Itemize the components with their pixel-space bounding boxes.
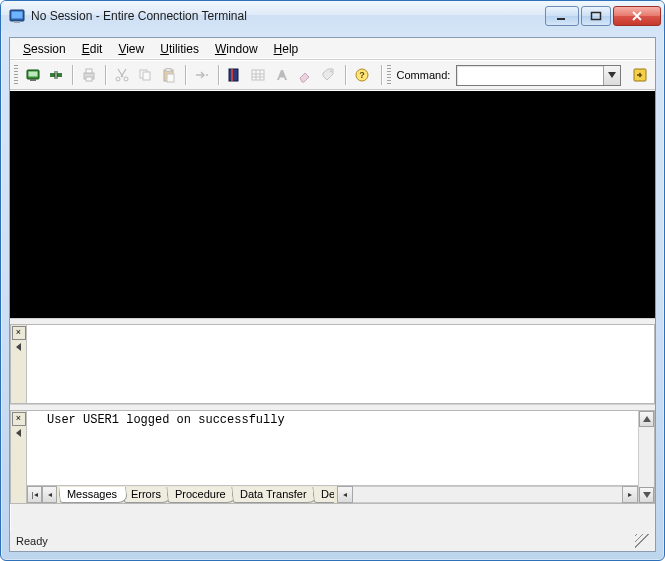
toolbar-separator: [381, 65, 382, 85]
panel-collapse-icon[interactable]: [16, 429, 21, 437]
cut-button[interactable]: [111, 64, 133, 86]
tab-messages[interactable]: Messages: [59, 487, 128, 503]
svg-rect-14: [143, 72, 150, 80]
window-controls: [543, 6, 661, 26]
menu-view[interactable]: View: [111, 40, 151, 58]
command-combobox[interactable]: [456, 65, 621, 86]
help-button[interactable]: ?: [351, 64, 373, 86]
panel-side: ×: [11, 411, 27, 503]
menu-edit[interactable]: Edit: [75, 40, 110, 58]
tab-truncated[interactable]: De: [312, 487, 334, 503]
svg-rect-2: [14, 21, 20, 23]
svg-rect-6: [28, 72, 37, 77]
svg-rect-4: [592, 13, 601, 20]
execute-command-button[interactable]: [629, 64, 651, 86]
menu-session[interactable]: Session: [16, 40, 73, 58]
terminal-view[interactable]: [10, 90, 655, 318]
app-icon: [9, 8, 25, 24]
svg-rect-17: [167, 74, 174, 82]
output-vscrollbar[interactable]: [638, 411, 654, 503]
svg-point-12: [124, 77, 128, 81]
output-tabs-row: |◂ ◂ Messages Errors Procedure Data Tran…: [27, 485, 638, 503]
tool-book-button[interactable]: [224, 64, 246, 86]
menu-utilities[interactable]: Utilities: [153, 40, 206, 58]
tabs-nav-prev[interactable]: ◂: [42, 486, 57, 503]
toolbar-grip[interactable]: [14, 65, 18, 85]
tabs-nav-first[interactable]: |◂: [27, 486, 42, 503]
tag-button[interactable]: [318, 64, 340, 86]
tab-procedure[interactable]: Procedure: [166, 487, 236, 503]
menu-help[interactable]: Help: [267, 40, 306, 58]
hscroll-left[interactable]: ◂: [337, 486, 353, 503]
panel-collapse-icon[interactable]: [16, 343, 21, 351]
svg-point-11: [116, 77, 120, 81]
output-tabs: Messages Errors Procedure Data Transfer …: [59, 486, 334, 503]
statusbar: Ready: [10, 531, 655, 551]
font-button[interactable]: [271, 64, 293, 86]
toolbar-separator: [72, 65, 73, 85]
minimize-button[interactable]: [545, 6, 579, 26]
application-window: No Session - Entire Connection Terminal …: [0, 0, 665, 561]
svg-point-21: [330, 71, 332, 73]
toolbar-separator: [218, 65, 219, 85]
svg-rect-1: [12, 12, 23, 19]
command-dropdown-button[interactable]: [603, 66, 620, 85]
toolbar-grip[interactable]: [387, 65, 391, 85]
resize-grip[interactable]: [635, 534, 649, 548]
panel-close-button[interactable]: ×: [12, 412, 26, 426]
tab-data-transfer[interactable]: Data Transfer: [231, 487, 317, 503]
scroll-down-button[interactable]: [639, 487, 654, 503]
hscroll-track[interactable]: [353, 486, 622, 503]
svg-rect-7: [30, 79, 36, 81]
svg-rect-10: [86, 77, 92, 81]
output-message: User USER1 logged on successfully: [47, 413, 285, 427]
command-input[interactable]: [457, 66, 603, 85]
toolbar-separator: [105, 65, 106, 85]
connect-button[interactable]: [22, 64, 44, 86]
work-area: × × User USER1 logged on successfully: [10, 90, 655, 531]
window-title: No Session - Entire Connection Terminal: [31, 9, 543, 23]
output-hscrollbar[interactable]: ◂ ▸: [337, 486, 638, 503]
svg-rect-16: [166, 69, 171, 72]
command-label: Command:: [395, 69, 455, 81]
input-panel: ×: [10, 324, 655, 404]
output-panel: × User USER1 logged on successfully |◂: [10, 410, 655, 504]
paste-button[interactable]: [158, 64, 180, 86]
titlebar: No Session - Entire Connection Terminal: [1, 1, 664, 31]
hscroll-right[interactable]: ▸: [622, 486, 638, 503]
svg-rect-18: [229, 69, 238, 81]
toolbar-separator: [185, 65, 186, 85]
maximize-button[interactable]: [581, 6, 611, 26]
print-button[interactable]: [78, 64, 100, 86]
panel-close-button[interactable]: ×: [12, 326, 26, 340]
tool-table-button[interactable]: [247, 64, 269, 86]
menu-window[interactable]: Window: [208, 40, 265, 58]
close-button[interactable]: [613, 6, 661, 26]
svg-rect-3: [557, 18, 565, 20]
panel-side: ×: [11, 325, 27, 403]
tab-errors[interactable]: Errors: [122, 487, 172, 503]
svg-text:?: ?: [359, 70, 365, 80]
status-text: Ready: [16, 535, 48, 547]
svg-rect-9: [86, 69, 92, 73]
toolbar: ? Command:: [10, 60, 655, 90]
disconnect-button[interactable]: [46, 64, 68, 86]
menubar: Session Edit View Utilities Window Help: [10, 38, 655, 60]
svg-rect-20: [252, 70, 264, 80]
output-panel-content[interactable]: User USER1 logged on successfully: [43, 411, 638, 485]
scroll-up-button[interactable]: [639, 411, 654, 427]
transfer-button[interactable]: [191, 64, 213, 86]
input-panel-content[interactable]: [27, 325, 654, 403]
copy-button[interactable]: [135, 64, 157, 86]
svg-rect-19: [231, 69, 233, 81]
client-area: Session Edit View Utilities Window Help: [9, 37, 656, 552]
toolbar-separator: [345, 65, 346, 85]
erase-button[interactable]: [295, 64, 317, 86]
